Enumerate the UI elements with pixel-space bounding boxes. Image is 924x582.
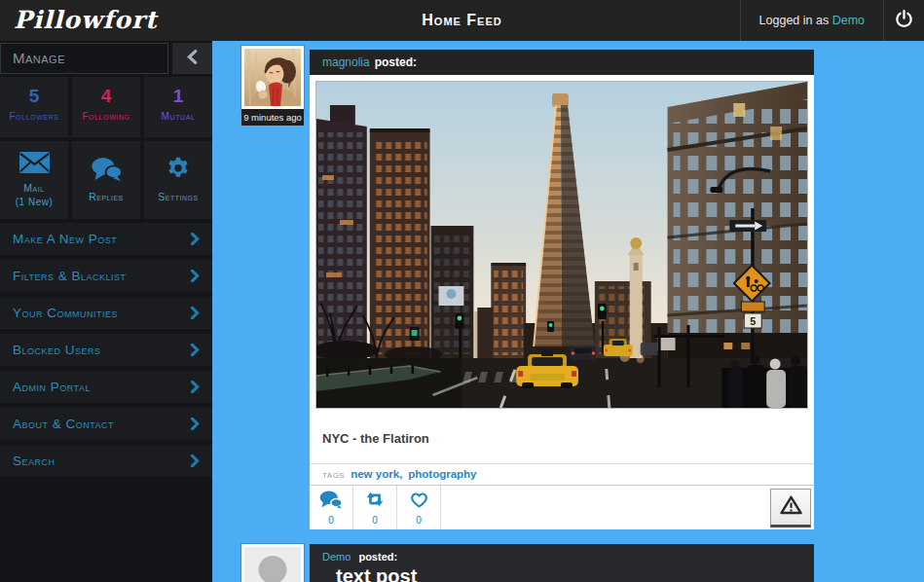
avatar-placeholder	[244, 547, 301, 582]
mail-shortcut[interactable]: Mail (1 New)	[0, 141, 68, 219]
chevron-right-icon	[191, 344, 200, 356]
chevron-right-icon	[191, 455, 200, 467]
chevron-left-icon	[187, 50, 198, 68]
sidebar-collapse-button[interactable]	[172, 43, 212, 74]
menu-item-make-a-new-post[interactable]: Make A New Post	[0, 223, 212, 255]
person-silhouette-icon	[259, 556, 287, 582]
replies-label: Replies	[89, 191, 124, 204]
mutual-count: 1	[144, 86, 212, 107]
chevron-right-icon	[191, 381, 200, 393]
flatiron-photo-illustration: 5	[316, 82, 807, 408]
sidebar-shortcuts: Mail (1 New) Replies Se	[0, 141, 212, 219]
logged-in-label: Logged in as	[759, 14, 830, 27]
post-card-magnolia: magnolia posted:	[310, 50, 814, 529]
avatar-demo[interactable]	[241, 544, 304, 582]
avatar-photo	[244, 49, 301, 106]
logged-in-status: Logged in as Demo	[740, 0, 884, 41]
followers-label: Followers	[0, 111, 68, 122]
like-icon	[409, 491, 429, 513]
sidebar-stats: 5 Followers 4 Following 1 Mutual	[0, 77, 212, 137]
post-title: text post	[336, 565, 801, 582]
post-header: Demo posted:	[322, 551, 801, 563]
topbar: Pillowfort Home Feed Logged in as Demo	[0, 0, 924, 41]
logout-button[interactable]	[884, 0, 924, 41]
tags-label: Tags	[322, 471, 345, 480]
sidebar: Manage 5 Followers 4 Following 1 Mutual	[0, 41, 212, 582]
post-card-demo: Demo posted: text post	[310, 544, 814, 582]
menu-item-your-communities[interactable]: Your Communities	[0, 297, 212, 329]
mail-label: Mail (1 New)	[16, 182, 54, 208]
replies-icon	[91, 157, 123, 186]
followers-stat[interactable]: 5 Followers	[0, 77, 68, 137]
reblog-button[interactable]: 0	[353, 486, 397, 529]
posted-label: posted:	[358, 551, 397, 563]
mail-new-count: (1 New)	[16, 196, 54, 208]
chevron-right-icon	[191, 233, 200, 245]
settings-label: Settings	[158, 191, 198, 204]
report-post-button[interactable]	[770, 489, 811, 527]
like-button[interactable]: 0	[397, 486, 441, 529]
followers-count: 5	[0, 86, 68, 107]
dark-car	[571, 346, 596, 360]
menu-item-blocked-users[interactable]: Blocked Users	[0, 334, 212, 366]
comments-icon	[319, 491, 343, 513]
menu-item-about-contact[interactable]: About & Contact	[0, 408, 212, 440]
menu-item-admin-portal[interactable]: Admin Portal	[0, 371, 212, 403]
following-label: Following	[72, 111, 140, 122]
post-tags: Tags new york photography	[310, 463, 814, 485]
reblog-icon	[364, 490, 386, 513]
settings-shortcut[interactable]: Settings	[144, 141, 212, 219]
replies-shortcut[interactable]: Replies	[72, 141, 140, 219]
avatar-magnolia[interactable]	[241, 46, 304, 109]
manage-heading: Manage	[0, 43, 168, 74]
post-photo[interactable]: 5	[315, 81, 808, 409]
post-timestamp: 9 minutes ago	[241, 109, 304, 126]
menu-item-filters-blacklist[interactable]: Filters & Blacklist	[0, 260, 212, 292]
mail-icon	[19, 152, 50, 177]
post-header: magnolia posted:	[310, 50, 814, 75]
following-count: 4	[72, 86, 140, 107]
like-count: 0	[416, 515, 422, 526]
warning-triangle-icon	[780, 495, 802, 519]
posted-label: posted:	[375, 55, 417, 69]
post-author-link[interactable]: Demo	[322, 551, 351, 563]
power-icon	[894, 9, 914, 33]
comments-count: 0	[328, 515, 334, 526]
post-caption: NYC - the Flatiron	[310, 415, 814, 463]
chevron-right-icon	[191, 307, 200, 319]
post-author-link[interactable]: magnolia	[322, 55, 370, 69]
menu-item-search[interactable]: Search	[0, 445, 212, 477]
chevron-right-icon	[191, 418, 200, 430]
post-action-bar: 0 0 0	[310, 485, 814, 529]
sidebar-menu: Make A New Post Filters & Blacklist Your…	[0, 223, 212, 477]
following-stat[interactable]: 4 Following	[72, 77, 140, 137]
reblog-count: 0	[372, 515, 378, 526]
current-username-link[interactable]: Demo	[832, 14, 865, 27]
sidebar-manage-row: Manage	[0, 43, 212, 74]
mutual-stat[interactable]: 1 Mutual	[144, 77, 212, 137]
svg-text:5: 5	[750, 315, 756, 327]
mutual-label: Mutual	[144, 111, 212, 122]
settings-icon	[165, 156, 192, 186]
tag-link[interactable]: new york	[351, 468, 402, 480]
chevron-right-icon	[191, 270, 200, 282]
comments-button[interactable]: 0	[310, 486, 353, 529]
tag-link[interactable]: photography	[408, 468, 476, 480]
